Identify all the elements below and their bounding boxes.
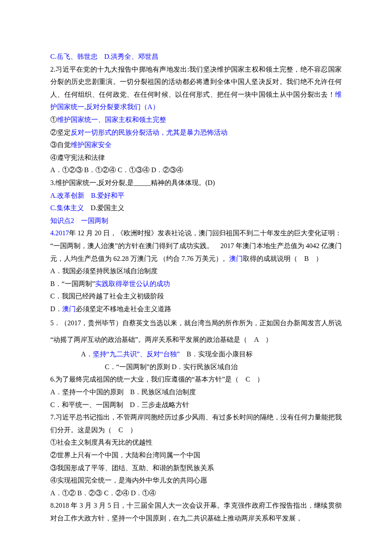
q2-stem-text: 2.习近平在党的十九大报告中掷地有声地发出:我们坚决维护国家主权和领土完整，绝不… bbox=[50, 66, 342, 98]
q2-item-4: ④遵守宪法和法律 bbox=[50, 151, 342, 164]
q4-option-c: C．我国已经跨越了社会主义初级阶段 bbox=[50, 290, 342, 303]
q5-option-a-text: 坚持“九二共识”、反对“台独” bbox=[93, 350, 180, 358]
q5-option-a-pre: A． bbox=[81, 350, 93, 358]
q4-stem-year: 4.2017 bbox=[50, 229, 69, 237]
q3-stem: 3.维护国家统一,反对分裂,是_____精神的具体体现。(D) bbox=[50, 176, 342, 189]
q7-options: A．①② B．②③ C．②④ D．①④ bbox=[50, 487, 342, 500]
q2-options: A．①②③ B．①②④ C．①③④ D．②③④ bbox=[50, 164, 342, 176]
q4-option-d-pre: D． bbox=[50, 305, 62, 312]
q4-option-d-macau: 澳门 bbox=[62, 305, 76, 312]
q2-item-3: ③自觉维护国家安全 bbox=[50, 139, 342, 151]
document-page: C.岳飞、韩世忠 D.洪秀全、邓世昌 2.习近平在党的十九大报告中掷地有声地发出… bbox=[0, 0, 392, 555]
knowledge-point-2: 知识点2 一国两制 bbox=[50, 214, 342, 227]
q2-item-1-text: 维护国家统一、国家主权和领土完整 bbox=[57, 116, 166, 123]
q4-option-a: A．我国必须坚持民族区域自治制度 bbox=[50, 265, 342, 278]
q2-item-2: ②坚定反对一切形式的民族分裂活动，尤其是暴力恐怖活动 bbox=[50, 126, 342, 139]
q6-stem: 6.为了最终完成祖国的统一大业，我们应遵循的“基本方针”是（ C ） bbox=[50, 373, 342, 386]
q4-stem-tail: 取得的成就说明（ B ） bbox=[243, 255, 323, 262]
q4-option-d-tail: 必须坚定不移地走社会主义道路 bbox=[76, 305, 171, 312]
q2-item-3-pre: ③自觉 bbox=[50, 141, 71, 148]
q3-option-d: D.爱国主义 bbox=[91, 204, 125, 211]
q2-item-1-num: ① bbox=[50, 116, 57, 123]
q2-item-2-pre: ②坚定 bbox=[50, 129, 71, 136]
q5-stem: 5．（2017，贵州毕节）自蔡英文当选以来，就台湾当局的所作所为，正如国台办新闻… bbox=[50, 315, 342, 348]
q5-option-b: B．实现全面小康目标 bbox=[180, 350, 253, 358]
q7-item-2: ②世界上只有一个中国，大陆和台湾同属一个中国 bbox=[50, 449, 342, 462]
q4-option-b-text: 实践取得举世公认的成功 bbox=[95, 280, 170, 287]
q3-options-ab: A.改革创新 B.爱好和平 bbox=[50, 189, 342, 202]
q3-options-cd: C.集体主义 D.爱国主义 bbox=[50, 202, 342, 214]
q7-item-3: ③我国形成了平等、团结、互助、和谐的新型民族关系 bbox=[50, 462, 342, 474]
q2-item-3-text: 维护国家安全 bbox=[71, 141, 112, 148]
q7-item-1: ①社会主义制度具有无比的优越性 bbox=[50, 436, 342, 449]
q2-item-2-text: 反对一切形式的民族分裂活动，尤其是暴力恐怖活动 bbox=[71, 129, 228, 136]
q5-options-cd: C．“一国两制”的原则 D．实行民族区域自治 bbox=[50, 361, 342, 373]
q4-stem-macau: 澳门 bbox=[229, 255, 243, 262]
q7-item-4: ④实现祖国完全统一，是海内外中华儿女的共同心愿 bbox=[50, 474, 342, 487]
q3-option-c: C.集体主义 bbox=[50, 204, 91, 211]
q8-stem: 8.2018 年 3 月 3 月 5 日，十三届全国人大一次会议开幕。李克强作政… bbox=[50, 499, 342, 524]
q4-option-b-pre: B．“一国两制” bbox=[50, 280, 95, 287]
q2-stem: 2.习近平在党的十九大报告中掷地有声地发出:我们坚决维护国家主权和领土完整，绝不… bbox=[50, 63, 342, 113]
q1-options-cd: C.岳飞、韩世忠 D.洪秀全、邓世昌 bbox=[50, 50, 342, 63]
q4-stem: 4.2017年 12 月 20 日，《欧洲时报》发表社论说，澳门回归祖国不到二十… bbox=[50, 227, 342, 265]
q4-option-b: B．“一国两制”实践取得举世公认的成功 bbox=[50, 278, 342, 290]
q5-options-ab: A．坚持“九二共识”、反对“台独” B．实现全面小康目标 bbox=[50, 348, 342, 361]
q2-item-1: ①维护国家统一、国家主权和领土完整 bbox=[50, 113, 342, 126]
q6-options-cd: C．和平统一、一国两制 D．三步走战略方针 bbox=[50, 399, 342, 411]
q6-options-ab: A．坚持一个中国的原则 B．民族区域自治制度 bbox=[50, 386, 342, 399]
q4-option-d: D．澳门必须坚定不移地走社会主义道路 bbox=[50, 303, 342, 315]
q7-stem: 7.习近平总书记指出，不管两岸同胞经历过多少风雨、有过多长时间的隔绝，没有任何力… bbox=[50, 411, 342, 436]
